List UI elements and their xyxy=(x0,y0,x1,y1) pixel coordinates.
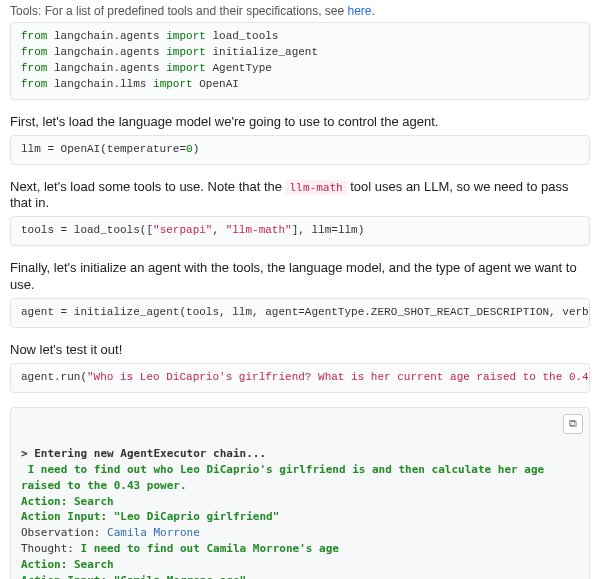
para-init-agent: Finally, let's initialize an agent with … xyxy=(10,260,590,294)
code-openai: llm = OpenAI(temperature=0) xyxy=(10,135,590,165)
here-link[interactable]: here xyxy=(348,4,372,18)
code-run: agent.run("Who is Leo DiCaprio's girlfri… xyxy=(10,363,590,393)
inline-code-llm-math: llm-math xyxy=(286,180,347,195)
code-load-tools: tools = load_tools(["serpapi", "llm-math… xyxy=(10,216,590,246)
code-init-agent: agent = initialize_agent(tools, llm, age… xyxy=(10,298,590,328)
para-load-tools: Next, let's load some tools to use. Note… xyxy=(10,179,590,213)
para-test: Now let's test it out! xyxy=(10,342,590,359)
top-cut-line: Tools: For a list of predefined tools an… xyxy=(10,4,590,18)
output-block: ⧉ > Entering new AgentExecutor chain... … xyxy=(10,407,590,579)
para-load-model: First, let's load the language model we'… xyxy=(10,114,590,131)
code-imports: from langchain.agents import load_tools … xyxy=(10,22,590,100)
copy-icon[interactable]: ⧉ xyxy=(563,414,583,434)
